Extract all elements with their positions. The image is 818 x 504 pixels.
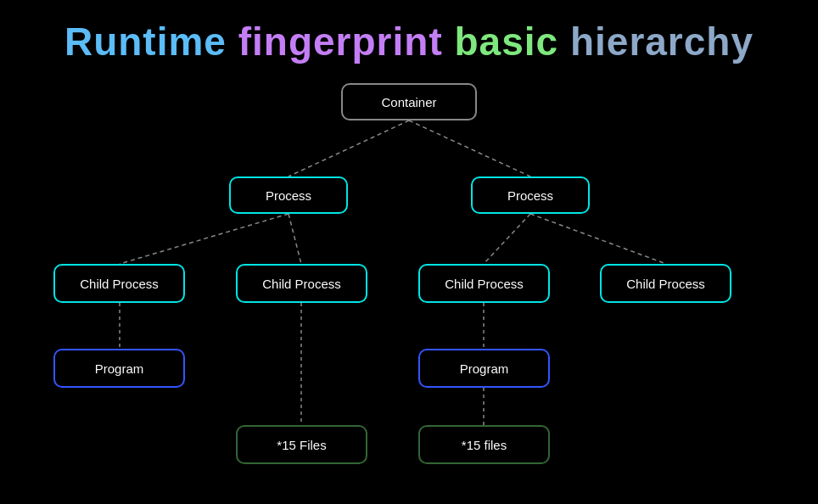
title-hierarchy: hierarchy — [570, 20, 754, 64]
page-title: Runtime fingerprint basic hierarchy — [0, 0, 818, 64]
node-process-right: Process — [471, 176, 590, 214]
node-files-2: *15 files — [418, 425, 550, 464]
hierarchy-diagram: Container Process Process Child Process … — [0, 73, 818, 489]
title-runtime: Runtime — [64, 20, 227, 64]
node-child-4-label: Child Process — [626, 277, 705, 291]
node-child-process-1: Child Process — [53, 264, 185, 303]
node-child-1-label: Child Process — [80, 277, 159, 291]
node-container: Container — [341, 83, 477, 120]
node-container-label: Container — [381, 95, 436, 109]
node-files-1: *15 Files — [236, 425, 367, 464]
node-program-1: Program — [53, 349, 185, 388]
node-child-process-2: Child Process — [236, 264, 367, 303]
svg-line-1 — [409, 120, 530, 176]
node-files-2-label: *15 files — [462, 438, 507, 452]
svg-line-3 — [289, 214, 301, 264]
node-process-right-label: Process — [507, 188, 553, 203]
node-child-process-4: Child Process — [600, 264, 731, 303]
node-process-left: Process — [229, 176, 348, 214]
svg-line-5 — [530, 214, 666, 264]
svg-line-4 — [484, 214, 530, 264]
node-child-process-3: Child Process — [418, 264, 550, 303]
svg-line-0 — [289, 120, 409, 176]
node-child-2-label: Child Process — [262, 277, 341, 291]
title-fingerprint: fingerprint — [238, 20, 443, 64]
node-process-left-label: Process — [266, 188, 311, 203]
title-basic: basic — [455, 20, 559, 64]
node-files-1-label: *15 Files — [277, 438, 326, 452]
svg-line-2 — [120, 214, 289, 264]
node-program-2: Program — [418, 349, 550, 388]
node-program-1-label: Program — [95, 361, 144, 376]
node-program-2-label: Program — [460, 361, 509, 376]
node-child-3-label: Child Process — [445, 277, 524, 291]
